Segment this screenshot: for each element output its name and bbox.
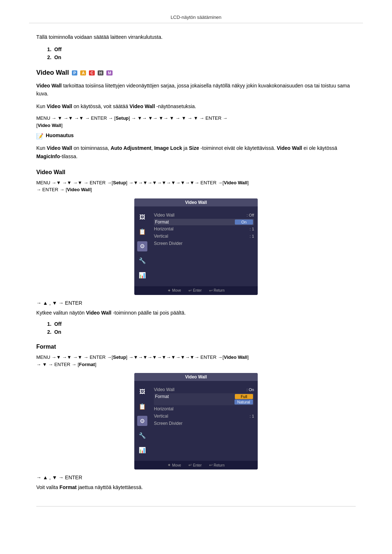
screen-2-sidebar: 🖼 📋 ⚙ 🔧 📊 (134, 384, 150, 458)
footer2-move-label: Move (172, 463, 181, 467)
screen-2-body: 🖼 📋 ⚙ 🔧 📊 Video Wall : On (134, 381, 258, 461)
intro-text: Tällä toiminnolla voidaan säätää laittee… (36, 34, 356, 40)
vw-sub-heading-text: Video Wall (36, 169, 65, 175)
row-label-screendivider: Screen Divider (154, 241, 183, 246)
sidebar2-icon-1: 🖼 (137, 387, 147, 397)
screen2-label-horizontal: Horizontal (154, 406, 173, 411)
videowall-desc1: Video Wall tarkoittaa toisiinsa liitetty… (36, 82, 356, 98)
enter-icon: ↵ (188, 288, 192, 293)
badge-h: H (98, 70, 103, 75)
footer2-enter: ↵ Enter (188, 463, 202, 468)
videowall-heading: Video Wall P A C H M (36, 69, 356, 77)
vw-list-2: 2. On (47, 329, 356, 335)
sidebar-icon-1: 🖼 (137, 212, 147, 222)
badge-m: M (106, 70, 113, 75)
badge-c: C (89, 70, 95, 75)
screen2-value-videowall: : On (246, 387, 254, 392)
sidebar2-icon-5: 📊 (137, 445, 147, 455)
bottom-border (36, 506, 356, 506)
note-content: Huomautus (46, 132, 74, 138)
vw-list-1: 1. Off (47, 321, 356, 327)
format-heading: Format (36, 344, 356, 350)
row-value-horizontal: : 1 (250, 227, 254, 231)
screen2-row-videowall: Video Wall : On (154, 386, 254, 393)
list-item-2-number: 2. (47, 54, 52, 60)
footer2-return-label: Return (214, 463, 225, 467)
return2-icon: ↩ (209, 463, 213, 468)
vw-desc: Kytkee valitun näytön Video Wall -toimin… (36, 309, 356, 317)
enter2-icon: ↵ (188, 463, 192, 468)
note-icon: 📝 (36, 133, 44, 140)
screen2-label-screendivider: Screen Divider (154, 421, 183, 426)
screen2-value-vertical: : 1 (250, 414, 254, 418)
vw-arrow-line: → ▲ , ▼ → ENTER (36, 300, 356, 306)
footer-enter-label: Enter (193, 288, 202, 292)
row-value-vertical: : 1 (250, 234, 254, 238)
row-label-vertical: Vertical (154, 234, 168, 239)
note-box: 📝 Huomautus (36, 132, 356, 140)
footer-return-label: Return (214, 288, 225, 292)
format-menu-path: MENU →▼ →▼ →▼ → ENTER →[Setup] →▼→▼→▼→▼→… (36, 354, 356, 368)
row-label-format: Format (155, 219, 169, 225)
sidebar-icon-3: ⚙ (137, 241, 147, 251)
videowall-heading-text: Video Wall (36, 69, 69, 77)
screen-row-screendivider: Screen Divider (154, 240, 254, 247)
screen-2-container: Video Wall 🖼 📋 ⚙ 🔧 📊 (36, 373, 356, 469)
list-item-1: 1. Off (47, 46, 356, 52)
screen-2-menu: Video Wall : On Format Full Natural (150, 384, 258, 458)
badge-p: P (72, 70, 77, 75)
footer-move: ✦ Move (167, 288, 181, 293)
screen2-label-format: Format (155, 394, 169, 399)
row-label-horizontal: Horizontal (154, 226, 173, 231)
row-value-format: On (235, 219, 253, 225)
screen2-row-vertical: Vertical : 1 (154, 413, 254, 420)
screen-row-videowall: Video Wall : Off (154, 212, 254, 219)
videowall-desc2: Kun Video Wall on käytössä, voit säätää … (36, 102, 356, 110)
dropdown-natural: Natural (234, 399, 253, 405)
sidebar-icon-4: 🔧 (137, 256, 147, 266)
list-item-2-label: On (54, 54, 61, 60)
row-value-videowall: : Off (246, 213, 254, 217)
list-item-1-number: 1. (47, 46, 52, 52)
screen-row-horizontal: Horizontal : 1 (154, 225, 254, 233)
format-desc: Voit valita Format jaettua näyttöä käyte… (36, 483, 356, 491)
move2-icon: ✦ (167, 463, 171, 468)
screen-1-title: Video Wall (134, 198, 258, 206)
screen-row-format: Format On (154, 219, 254, 225)
screen-1: Video Wall 🖼 📋 ⚙ 🔧 📊 Video Wall (134, 198, 258, 295)
screen-1-body: 🖼 📋 ⚙ 🔧 📊 Video Wall : Off Format (134, 206, 258, 286)
footer2-return: ↩ Return (209, 463, 225, 468)
sidebar-icon-2: 📋 (137, 227, 147, 237)
screen2-row-screendivider: Screen Divider (154, 420, 254, 427)
menu-path-1: MENU → ▼ →▼ →▼ → ENTER → [Setup] → ▼→ ▼→… (36, 115, 356, 129)
screen-1-menu: Video Wall : Off Format On Horizontal : … (150, 209, 258, 283)
screen-2: Video Wall 🖼 📋 ⚙ 🔧 📊 (134, 373, 258, 469)
sidebar-icon-5: 📊 (137, 270, 147, 280)
page-header: LCD-näytön säätäminen (29, 15, 363, 23)
screen-row-vertical: Vertical : 1 (154, 233, 254, 240)
sidebar2-icon-3: ⚙ (137, 416, 147, 426)
note-title: Huomautus (46, 132, 74, 138)
screen-1-container: Video Wall 🖼 📋 ⚙ 🔧 📊 Video Wall (36, 198, 356, 295)
screen2-label-videowall: Video Wall (154, 387, 175, 392)
footer-return: ↩ Return (209, 288, 225, 293)
list-item-1-label: Off (54, 46, 61, 52)
format-arrow-line: → ▲ , ▼ → ENTER (36, 475, 356, 480)
return-icon: ↩ (209, 288, 213, 293)
vw-sub-heading: Video Wall (36, 169, 356, 176)
sidebar2-icon-4: 🔧 (137, 430, 147, 440)
screen2-row-format: Format Full Natural (154, 393, 254, 405)
screen-2-title: Video Wall (134, 373, 258, 381)
main-content: Tällä toiminnolla voidaan säätää laittee… (29, 34, 363, 506)
format-heading-text: Format (36, 344, 56, 350)
screen2-label-vertical: Vertical (154, 414, 168, 419)
footer2-move: ✦ Move (167, 463, 181, 468)
footer2-enter-label: Enter (193, 463, 202, 467)
badge-a: A (80, 70, 86, 75)
vw-menu-path: MENU →▼ →▼ →▼ → ENTER →[Setup] →▼→▼→▼→▼→… (36, 179, 356, 193)
move-icon: ✦ (167, 288, 171, 293)
screen-1-sidebar: 🖼 📋 ⚙ 🔧 📊 (134, 209, 150, 283)
header-title: LCD-näytön säätäminen (171, 15, 221, 20)
format-dropdown: Full Natural (234, 394, 253, 405)
page: LCD-näytön säätäminen Tällä toiminnolla … (0, 0, 392, 521)
